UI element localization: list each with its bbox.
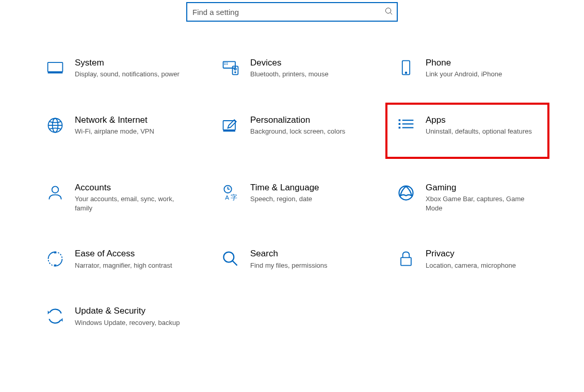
setting-title: Search xyxy=(250,249,363,259)
setting-desc: Windows Update, recovery, backup xyxy=(75,318,187,328)
setting-title: Network & Internet xyxy=(75,115,187,125)
setting-title: Update & Security xyxy=(75,306,187,316)
setting-accounts[interactable]: Accounts Your accounts, email, sync, wor… xyxy=(42,177,191,218)
svg-rect-23 xyxy=(399,127,401,129)
setting-title: System xyxy=(75,58,187,68)
setting-title: Personalization xyxy=(250,115,363,125)
setting-desc: Wi-Fi, airplane mode, VPN xyxy=(75,127,187,136)
time-icon: A 字 xyxy=(221,184,240,202)
setting-title: Gaming xyxy=(426,183,538,193)
setting-desc: Find my files, permissions xyxy=(250,261,363,270)
svg-text:A: A xyxy=(225,193,229,200)
setting-personalization[interactable]: Personalization Background, lock screen,… xyxy=(217,110,367,152)
apps-icon xyxy=(397,116,415,135)
setting-time[interactable]: A 字 Time & Language Speech, region, date xyxy=(217,177,367,218)
setting-gaming[interactable]: Gaming Xbox Game Bar, captures, Game Mod… xyxy=(393,177,542,218)
setting-desc: Location, camera, microphone xyxy=(426,261,538,270)
setting-desc: Background, lock screen, colors xyxy=(250,127,363,136)
svg-point-0 xyxy=(385,8,391,13)
search-container xyxy=(0,0,584,53)
search-box[interactable] xyxy=(186,2,398,22)
ease-icon xyxy=(46,250,64,268)
svg-point-15 xyxy=(405,72,407,74)
setting-title: Accounts xyxy=(75,183,187,193)
setting-title: Phone xyxy=(426,58,538,68)
setting-desc: Speech, region, date xyxy=(250,194,363,204)
svg-rect-38 xyxy=(401,258,411,266)
setting-title: Privacy xyxy=(426,249,538,259)
svg-point-13 xyxy=(235,72,236,73)
search-icon xyxy=(385,7,393,17)
setting-phone[interactable]: Phone Link your Android, iPhone xyxy=(393,53,542,84)
svg-rect-2 xyxy=(48,62,63,72)
setting-text: Search Find my files, permissions xyxy=(250,249,363,270)
setting-desc: Narrator, magnifier, high contrast xyxy=(75,261,187,270)
settings-grid: System Display, sound, notifications, po… xyxy=(0,53,584,332)
devices-icon xyxy=(221,59,240,77)
setting-text: Ease of Access Narrator, magnifier, high… xyxy=(75,249,187,270)
search-item-icon xyxy=(221,250,240,268)
setting-privacy[interactable]: Privacy Location, camera, microphone xyxy=(393,243,542,275)
setting-desc: Xbox Game Bar, captures, Game Mode xyxy=(426,194,538,213)
system-icon xyxy=(46,59,64,77)
setting-text: Update & Security Windows Update, recove… xyxy=(75,306,187,327)
svg-line-37 xyxy=(233,261,237,266)
setting-desc: Display, sound, notifications, power xyxy=(75,70,187,79)
setting-desc: Uninstall, defaults, optional features xyxy=(426,127,538,136)
phone-icon xyxy=(397,59,415,77)
setting-desc: Bluetooth, printers, mouse xyxy=(250,70,363,79)
svg-line-1 xyxy=(390,12,392,14)
svg-marker-40 xyxy=(61,318,63,322)
setting-apps[interactable]: Apps Uninstall, defaults, optional featu… xyxy=(393,110,542,152)
setting-devices[interactable]: Devices Bluetooth, printers, mouse xyxy=(217,53,367,84)
setting-ease[interactable]: Ease of Access Narrator, magnifier, high… xyxy=(42,243,191,275)
search-input[interactable] xyxy=(191,8,385,17)
setting-text: Time & Language Speech, region, date xyxy=(250,183,363,204)
svg-point-27 xyxy=(52,186,59,193)
setting-text: Privacy Location, camera, microphone xyxy=(426,249,538,270)
privacy-icon xyxy=(397,250,415,268)
svg-rect-22 xyxy=(399,123,401,125)
svg-rect-21 xyxy=(399,119,401,121)
network-icon xyxy=(46,116,64,135)
setting-title: Time & Language xyxy=(250,183,363,193)
setting-system[interactable]: System Display, sound, notifications, po… xyxy=(42,53,191,84)
setting-desc: Link your Android, iPhone xyxy=(426,70,538,79)
setting-text: Network & Internet Wi-Fi, airplane mode,… xyxy=(75,115,187,136)
gaming-icon xyxy=(397,184,415,202)
personalization-icon xyxy=(221,116,240,135)
setting-update[interactable]: Update & Security Windows Update, recove… xyxy=(42,301,191,332)
update-icon xyxy=(46,307,64,325)
svg-text:字: 字 xyxy=(231,193,237,201)
svg-marker-39 xyxy=(48,311,50,314)
setting-text: Phone Link your Android, iPhone xyxy=(426,58,538,79)
setting-title: Apps xyxy=(426,115,538,125)
setting-text: System Display, sound, notifications, po… xyxy=(75,58,187,79)
setting-search[interactable]: Search Find my files, permissions xyxy=(217,243,367,275)
setting-title: Ease of Access xyxy=(75,249,187,259)
setting-title: Devices xyxy=(250,58,363,68)
setting-text: Gaming Xbox Game Bar, captures, Game Mod… xyxy=(426,183,538,213)
setting-desc: Your accounts, email, sync, work, family xyxy=(75,194,187,213)
svg-point-12 xyxy=(234,68,236,70)
setting-text: Accounts Your accounts, email, sync, wor… xyxy=(75,183,187,213)
setting-text: Personalization Background, lock screen,… xyxy=(250,115,363,136)
setting-network[interactable]: Network & Internet Wi-Fi, airplane mode,… xyxy=(42,110,191,152)
setting-text: Apps Uninstall, defaults, optional featu… xyxy=(426,115,538,136)
accounts-icon xyxy=(46,184,64,202)
setting-text: Devices Bluetooth, printers, mouse xyxy=(250,58,363,79)
svg-point-36 xyxy=(224,252,234,263)
svg-rect-4 xyxy=(223,61,235,68)
